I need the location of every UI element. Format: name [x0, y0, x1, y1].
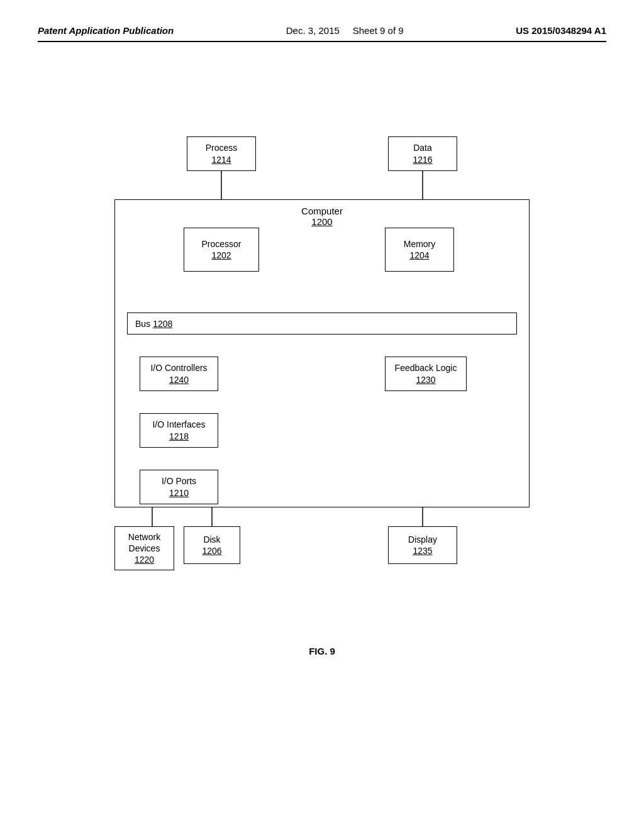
process-box: Process 1214 [187, 136, 256, 171]
disk-box: Disk 1206 [184, 526, 240, 564]
page: Patent Application Publication Dec. 3, 2… [0, 0, 644, 830]
header-date: Dec. 3, 2015 Sheet 9 of 9 [286, 25, 404, 36]
io-ports-box: I/O Ports 1210 [140, 470, 218, 504]
header-patent-number: US 2015/0348294 A1 [516, 25, 606, 36]
display-box: Display 1235 [388, 526, 457, 564]
io-controllers-box: I/O Controllers 1240 [140, 357, 218, 391]
network-devices-box: Network Devices 1220 [114, 526, 174, 570]
computer-outer-box [114, 199, 530, 507]
diagram: Process 1214 Data 1216 Computer 1200 Pro… [52, 118, 592, 608]
page-header: Patent Application Publication Dec. 3, 2… [38, 25, 606, 42]
bus-box: Bus 1208 [127, 313, 517, 335]
header-publication-label: Patent Application Publication [38, 25, 174, 36]
data-box: Data 1216 [388, 136, 457, 171]
feedback-logic-box: Feedback Logic 1230 [385, 357, 467, 391]
computer-label: Computer 1200 [114, 206, 530, 227]
figure-label: FIG. 9 [38, 646, 606, 656]
processor-box: Processor 1202 [184, 228, 259, 272]
io-interfaces-box: I/O Interfaces 1218 [140, 413, 218, 448]
memory-box: Memory 1204 [385, 228, 454, 272]
